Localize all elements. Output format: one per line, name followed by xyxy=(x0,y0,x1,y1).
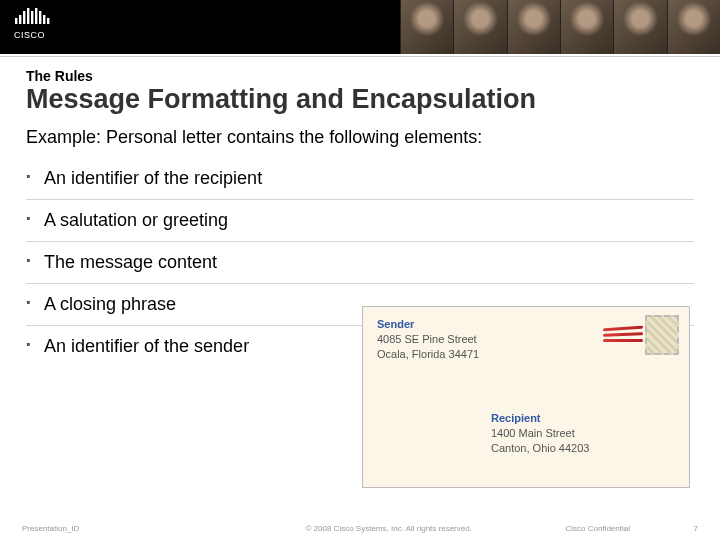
stamp-icon xyxy=(645,315,679,355)
svg-rect-7 xyxy=(43,15,45,24)
sender-line2: Ocala, Florida 34471 xyxy=(377,348,479,360)
svg-rect-2 xyxy=(23,11,25,24)
slide-kicker: The Rules xyxy=(26,68,694,84)
svg-rect-3 xyxy=(27,8,29,24)
sender-label: Sender xyxy=(377,318,414,330)
recipient-line2: Canton, Ohio 44203 xyxy=(491,442,589,454)
recipient-block: Recipient 1400 Main Street Canton, Ohio … xyxy=(491,411,589,456)
header-bar: CISCO xyxy=(0,0,720,54)
svg-rect-6 xyxy=(39,11,41,24)
logo-icon xyxy=(14,6,54,28)
brand-logo: CISCO xyxy=(14,6,54,40)
svg-rect-8 xyxy=(47,18,49,24)
recipient-label: Recipient xyxy=(491,412,541,424)
svg-rect-5 xyxy=(35,8,37,24)
bullet-item: An identifier of the recipient xyxy=(26,158,694,200)
sender-block: Sender 4085 SE Pine Street Ocala, Florid… xyxy=(377,317,479,362)
footer-confidential: Cisco Confidential xyxy=(566,524,630,533)
envelope-graphic: Sender 4085 SE Pine Street Ocala, Florid… xyxy=(362,306,690,488)
footer-id: Presentation_ID xyxy=(22,524,79,533)
postmark-icon xyxy=(603,327,643,342)
svg-rect-0 xyxy=(15,18,17,24)
svg-rect-1 xyxy=(19,15,21,24)
header-divider xyxy=(0,54,720,57)
bullet-item: A salutation or greeting xyxy=(26,200,694,242)
slide-title: Message Formatting and Encapsulation xyxy=(26,85,694,113)
recipient-line1: 1400 Main Street xyxy=(491,427,575,439)
brand-name: CISCO xyxy=(14,30,54,40)
slide-subtitle: Example: Personal letter contains the fo… xyxy=(26,127,694,148)
footer: Presentation_ID © 2008 Cisco Systems, In… xyxy=(0,516,720,540)
footer-page: 7 xyxy=(694,524,698,533)
sender-line1: 4085 SE Pine Street xyxy=(377,333,477,345)
bullet-item: The message content xyxy=(26,242,694,284)
svg-rect-4 xyxy=(31,11,33,24)
header-photo-strip xyxy=(400,0,720,54)
